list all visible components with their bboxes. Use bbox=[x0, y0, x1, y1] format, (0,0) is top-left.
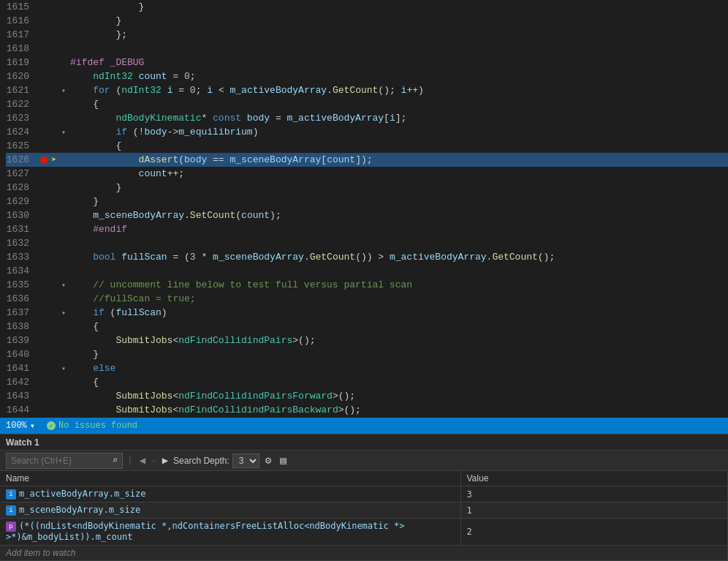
zoom-level: 100% ▾ bbox=[6, 421, 35, 432]
watch-row[interactable]: im_activeBodyArray.m_size3 bbox=[0, 486, 728, 502]
code-text: if (fullScan) bbox=[70, 307, 167, 318]
nav-arrows: ◀ – ▶ bbox=[137, 453, 170, 468]
filter-btn[interactable]: ⚙ bbox=[262, 453, 274, 468]
search-input[interactable] bbox=[11, 456, 110, 466]
code-text: } bbox=[70, 349, 99, 360]
watch-item-name: p(*((ndList<ndBodyKinematic *,ndContaine… bbox=[0, 519, 460, 546]
code-line: 1618 bbox=[6, 42, 728, 56]
watch-item-name: im_activeBodyArray.m_size bbox=[0, 486, 460, 502]
separator-1: | bbox=[127, 455, 133, 466]
line-number: 1630 bbox=[6, 210, 37, 221]
search-icon[interactable]: ⌕ bbox=[113, 455, 118, 466]
code-line: 1633 bool fullScan = (3 * m_sceneBodyArr… bbox=[6, 250, 728, 264]
line-number: 1623 bbox=[6, 113, 37, 124]
add-watch-item-row[interactable]: Add item to watch bbox=[0, 546, 728, 561]
code-text: { bbox=[70, 140, 121, 151]
line-number: 1628 bbox=[6, 182, 37, 193]
watch-panel: Watch 1 ⌕ | ◀ – ▶ Search Depth: 3 1 2 4 … bbox=[0, 434, 728, 561]
code-line: 1620 ndInt32 count = 0; bbox=[6, 69, 728, 83]
fold-arrow[interactable]: ▾ bbox=[61, 281, 70, 290]
code-text: SubmitJobs<ndFindCollidindPairsBackward>… bbox=[70, 404, 361, 415]
line-number: 1633 bbox=[6, 252, 37, 263]
code-text: } bbox=[70, 15, 121, 26]
line-number: 1618 bbox=[6, 43, 37, 54]
code-line: 1623 ndBodyKinematic* const body = m_act… bbox=[6, 111, 728, 125]
columns-btn[interactable]: ▤ bbox=[277, 453, 289, 468]
line-number: 1640 bbox=[6, 349, 37, 360]
watch-item-value: 1 bbox=[460, 502, 728, 519]
fold-arrow[interactable]: ▾ bbox=[61, 364, 70, 373]
line-number: 1643 bbox=[6, 391, 37, 402]
code-line: 1644 SubmitJobs<ndFindCollidindPairsBack… bbox=[6, 403, 728, 417]
depth-select[interactable]: 3 1 2 4 5 bbox=[232, 453, 259, 468]
code-text: { bbox=[70, 99, 99, 110]
col-value-header: Value bbox=[460, 471, 728, 486]
watch-icon: i bbox=[6, 489, 16, 500]
search-box[interactable]: ⌕ bbox=[6, 453, 123, 469]
code-text: for (ndInt32 i = 0; i < m_activeBodyArra… bbox=[70, 85, 424, 96]
line-number: 1622 bbox=[6, 99, 37, 110]
code-line: 1619#ifdef _DEBUG bbox=[6, 56, 728, 69]
code-line: 1645 } bbox=[6, 417, 728, 418]
watch-body: im_activeBodyArray.m_size3im_sceneBodyAr… bbox=[0, 486, 728, 561]
code-content: 1615 }1616 }1617 };16181619#ifdef _DEBUG… bbox=[0, 0, 728, 418]
watch-title: Watch 1 bbox=[6, 437, 39, 448]
code-text: ndInt32 count = 0; bbox=[70, 71, 196, 82]
code-text: count++; bbox=[70, 168, 184, 179]
watch-table-header: Name Value bbox=[0, 471, 728, 486]
code-text: } bbox=[70, 182, 121, 193]
code-text: m_sceneBodyArray.SetCount(count); bbox=[70, 210, 281, 221]
fold-arrow[interactable]: ▾ bbox=[61, 309, 70, 317]
code-text: dAssert(body == m_sceneBodyArray[count])… bbox=[70, 154, 373, 165]
nav-forward-arrow[interactable]: ▶ bbox=[160, 453, 170, 468]
current-line-arrow: ➤ bbox=[51, 154, 61, 165]
code-text: { bbox=[70, 321, 99, 332]
code-container[interactable]: 1615 }1616 }1617 };16181619#ifdef _DEBUG… bbox=[0, 0, 728, 418]
code-line: 1616 } bbox=[6, 14, 728, 28]
fold-arrow[interactable]: ▾ bbox=[61, 86, 70, 95]
line-number: 1616 bbox=[6, 15, 37, 26]
fold-arrow[interactable]: ▾ bbox=[61, 128, 70, 137]
issues-status[interactable]: ✓ No issues found bbox=[47, 421, 137, 431]
watch-row[interactable]: im_sceneBodyArray.m_size1 bbox=[0, 502, 728, 519]
code-line: 1643 SubmitJobs<ndFindCollidindPairsForw… bbox=[6, 389, 728, 403]
line-number: 1627 bbox=[6, 168, 37, 179]
line-number: 1638 bbox=[6, 321, 37, 332]
code-line: 1630 m_sceneBodyArray.SetCount(count); bbox=[6, 208, 728, 222]
watch-toolbar: ⌕ | ◀ – ▶ Search Depth: 3 1 2 4 5 ⚙ ▤ bbox=[0, 451, 728, 471]
code-line: 1628 } bbox=[6, 181, 728, 195]
line-number: 1635 bbox=[6, 279, 37, 290]
code-line: 1632 bbox=[6, 236, 728, 250]
code-text: { bbox=[70, 377, 99, 388]
nav-back-arrow[interactable]: ◀ bbox=[137, 453, 148, 468]
code-text: if (!body->m_equilibrium) bbox=[70, 127, 258, 138]
line-number: 1641 bbox=[6, 363, 37, 374]
code-text: else bbox=[70, 363, 115, 374]
line-number: 1631 bbox=[6, 224, 37, 235]
watch-item-value: 2 bbox=[460, 519, 728, 546]
code-line: 1639 SubmitJobs<ndFindCollidindPairs>(); bbox=[6, 334, 728, 347]
code-line: 1624▾ if (!body->m_equilibrium) bbox=[6, 125, 728, 139]
code-line: 1615 } bbox=[6, 0, 728, 14]
code-line: 1636 //fullScan = true; bbox=[6, 292, 728, 306]
line-number: 1617 bbox=[6, 29, 37, 40]
depth-label: Search Depth: bbox=[173, 456, 230, 466]
code-text: bool fullScan = (3 * m_sceneBodyArray.Ge… bbox=[70, 252, 555, 263]
code-text: //fullScan = true; bbox=[70, 293, 196, 304]
code-text: #endif bbox=[70, 224, 127, 235]
code-text: } bbox=[70, 1, 144, 12]
code-line: 1626➤ dAssert(body == m_sceneBodyArray[c… bbox=[6, 153, 728, 167]
add-item-label[interactable]: Add item to watch bbox=[0, 546, 728, 561]
watch-row[interactable]: p(*((ndList<ndBodyKinematic *,ndContaine… bbox=[0, 519, 728, 546]
code-text: #ifdef _DEBUG bbox=[70, 57, 144, 68]
code-line: 1642 { bbox=[6, 375, 728, 389]
code-line: 1638 { bbox=[6, 320, 728, 334]
line-number: 1632 bbox=[6, 238, 37, 249]
code-line: 1635▾ // uncomment line below to test fu… bbox=[6, 278, 728, 292]
watch-item-value: 3 bbox=[460, 486, 728, 502]
line-gutter bbox=[37, 157, 51, 164]
code-text: // uncomment line below to test full ver… bbox=[70, 279, 412, 290]
line-number: 1634 bbox=[6, 266, 37, 276]
breakpoint-icon[interactable] bbox=[40, 157, 48, 164]
code-line: 1625 { bbox=[6, 139, 728, 153]
